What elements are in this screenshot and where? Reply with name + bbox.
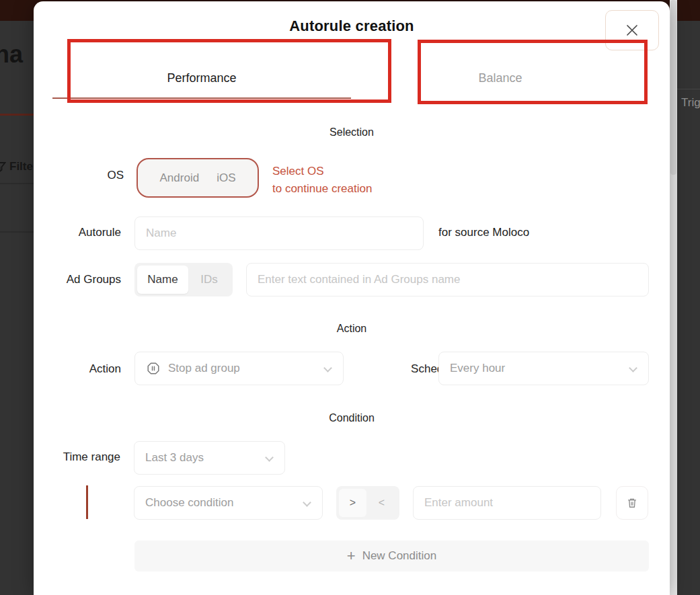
chevron-down-icon <box>323 364 332 372</box>
close-icon <box>625 23 639 38</box>
time-range-select-value: Last 3 days <box>145 451 204 465</box>
chevron-down-icon <box>265 453 274 462</box>
action-heading: Action <box>34 323 670 335</box>
condition-row-marker <box>86 485 88 519</box>
condition-select[interactable]: Choose condition <box>134 486 323 520</box>
ad-groups-mode-ids[interactable]: IDs <box>188 266 230 294</box>
autorule-creation-modal: Autorule creation Performance Balance Se… <box>34 1 670 595</box>
background-filter-button: Filte <box>0 160 33 173</box>
screen: na Filte Trig Autorule creation Performa… <box>0 0 700 595</box>
background-filter-label: Filte <box>9 160 33 173</box>
ad-groups-text-input[interactable] <box>246 263 649 296</box>
autorule-name-input[interactable] <box>134 216 424 250</box>
ad-groups-label: Ad Groups <box>34 273 121 286</box>
new-condition-label: New Condition <box>362 549 437 563</box>
modal-title: Autorule creation <box>34 17 670 35</box>
ad-groups-mode-name[interactable]: Name <box>137 266 188 294</box>
ad-groups-mode-toggle[interactable]: Name IDs <box>134 263 233 296</box>
scrollbar-thumb[interactable] <box>670 0 676 175</box>
tab-performance-label: Performance <box>167 71 236 85</box>
tab-balance-label: Balance <box>478 71 522 85</box>
amount-input[interactable] <box>413 486 601 520</box>
background-divider <box>0 231 34 233</box>
time-range-label: Time range <box>34 450 120 464</box>
tab-balance[interactable]: Balance <box>351 57 650 99</box>
schedule-select[interactable]: Every hour <box>438 352 649 385</box>
action-label: Action <box>34 362 121 376</box>
selection-heading: Selection <box>34 126 670 138</box>
plus-icon: + <box>347 549 356 563</box>
time-range-select[interactable]: Last 3 days <box>134 441 285 475</box>
action-select[interactable]: Stop ad group <box>134 352 344 385</box>
os-option-ios[interactable]: iOS <box>217 171 235 185</box>
filter-funnel-icon <box>0 161 6 172</box>
delete-condition-button[interactable] <box>616 486 648 520</box>
background-tab-underline <box>0 114 34 116</box>
action-select-value: Stop ad group <box>168 362 240 375</box>
comparator-toggle[interactable]: > < <box>336 486 399 520</box>
background-divider <box>0 183 34 184</box>
os-hint: Select OS to continue creation <box>272 163 372 198</box>
schedule-select-value: Every hour <box>450 362 505 375</box>
background-divider <box>677 89 700 89</box>
condition-select-placeholder: Choose condition <box>145 496 233 510</box>
os-hint-line2: to continue creation <box>272 180 372 198</box>
pause-icon <box>146 361 161 376</box>
autorule-source-text: for source Moloco <box>438 226 529 239</box>
new-condition-button[interactable]: + New Condition <box>134 541 649 571</box>
trash-icon <box>625 496 639 510</box>
background-heading-fragment: na <box>0 40 23 69</box>
comparator-less-than[interactable]: < <box>366 489 397 517</box>
chevron-down-icon <box>629 364 637 372</box>
os-hint-line1: Select OS <box>272 163 372 180</box>
close-button[interactable] <box>605 10 659 50</box>
scrollbar[interactable] <box>670 0 677 595</box>
os-label: OS <box>34 169 124 182</box>
comparator-greater-than[interactable]: > <box>339 489 366 517</box>
os-option-android[interactable]: Android <box>160 171 200 185</box>
background-tab-fragment: Trig <box>681 96 700 110</box>
condition-heading: Condition <box>34 412 670 424</box>
tab-performance[interactable]: Performance <box>52 57 351 99</box>
chevron-down-icon <box>303 498 311 507</box>
autorule-label: Autorule <box>34 226 121 239</box>
os-toggle[interactable]: Android iOS <box>137 158 259 198</box>
active-tab-underline <box>52 97 351 99</box>
